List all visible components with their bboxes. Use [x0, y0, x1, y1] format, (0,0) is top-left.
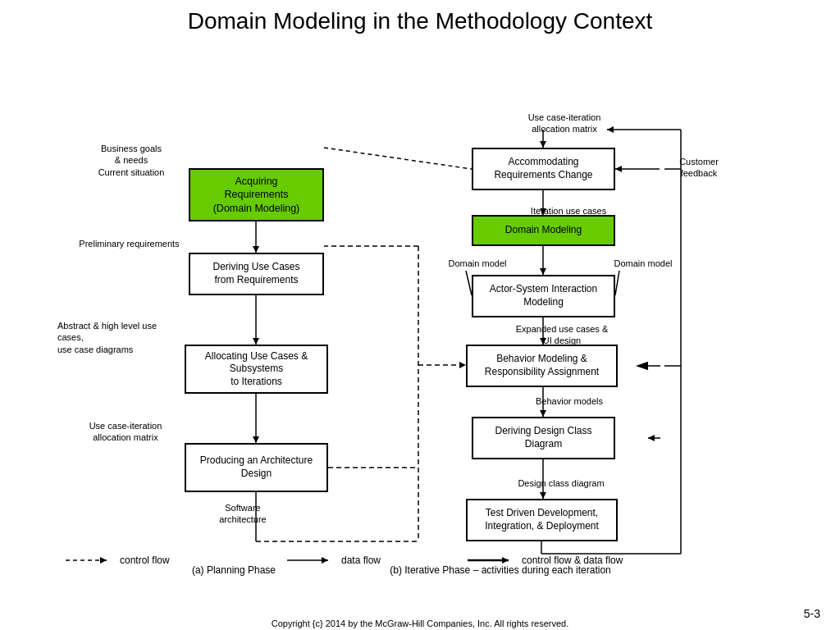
behavior-box: Behavior Modeling &Responsibility Assign… — [466, 345, 618, 387]
svg-marker-43 — [100, 557, 107, 564]
svg-marker-38 — [459, 362, 466, 368]
svg-marker-24 — [540, 492, 546, 499]
svg-marker-35 — [648, 435, 655, 441]
preliminary-req-label: Preliminary requirements — [74, 238, 185, 249]
svg-line-31 — [466, 271, 472, 295]
producing-box: Producing an ArchitectureDesign — [185, 443, 328, 492]
behavior-models-label: Behavior models — [512, 395, 627, 407]
acquiring-box: AcquiringRequirements(Domain Modeling) — [189, 168, 324, 221]
planning-phase-label: (a) Planning Phase — [168, 564, 299, 578]
design-class-label: Design class diagram — [495, 477, 627, 489]
svg-marker-2 — [253, 246, 259, 253]
customer-feedback-label: Customerfeedback — [666, 156, 732, 180]
svg-marker-22 — [540, 410, 546, 417]
use-case-iter-left-label: Use case-iterationallocation matrix — [72, 420, 179, 444]
arrows-svg — [16, 41, 824, 582]
svg-marker-47 — [502, 557, 509, 564]
svg-marker-12 — [540, 141, 546, 148]
expanded-use-cases-label: Expanded use cases &UI design — [500, 323, 623, 347]
svg-marker-18 — [540, 268, 546, 275]
legend-data-flow: data flow — [287, 555, 381, 566]
test-driven-box: Test Driven Development,Integration, & D… — [466, 499, 618, 541]
deriving-box: Deriving Use Casesfrom Requirements — [189, 253, 324, 295]
accommodating-box: AccommodatingRequirements Change — [472, 148, 615, 190]
legend-control-data-flow: control flow & data flow — [468, 555, 623, 566]
software-arch-label: Softwarearchitecture — [202, 502, 284, 526]
diagram-area: AcquiringRequirements(Domain Modeling) D… — [16, 41, 824, 582]
abstract-high-label: Abstract & high level use cases,use case… — [57, 320, 185, 355]
svg-marker-45 — [322, 557, 328, 564]
page-title: Domain Modeling in the Methodology Conte… — [16, 8, 824, 34]
domain-model-left-label: Domain model — [436, 258, 518, 269]
svg-line-32 — [615, 271, 619, 295]
actor-system-box: Actor-System InteractionModeling — [472, 275, 615, 317]
legend-control-flow: control flow — [66, 555, 170, 566]
iteration-use-cases-label: Iteration use cases — [507, 205, 630, 217]
svg-marker-14 — [615, 166, 622, 172]
svg-line-36 — [324, 148, 472, 169]
allocating-box: Allocating Use Cases &Subsystemsto Itera… — [185, 345, 328, 394]
copyright-text: Copyright {c} 2014 by the McGraw-Hill Co… — [0, 619, 840, 628]
svg-marker-4 — [253, 338, 259, 345]
iterative-phase-label: (b) Iterative Phase – activities during … — [369, 564, 632, 578]
domain-model-right-label: Domain model — [602, 258, 684, 269]
page: Domain Modeling in the Methodology Conte… — [0, 0, 840, 630]
domain-modeling-box: Domain Modeling — [472, 215, 615, 246]
business-goals-label: Business goals& needsCurrent situation — [82, 143, 180, 178]
deriving-design-box: Deriving Design ClassDiagram — [472, 417, 615, 459]
svg-marker-6 — [253, 436, 259, 443]
use-case-iter-top-label: Use case-iterationallocation matrix — [507, 112, 622, 135]
